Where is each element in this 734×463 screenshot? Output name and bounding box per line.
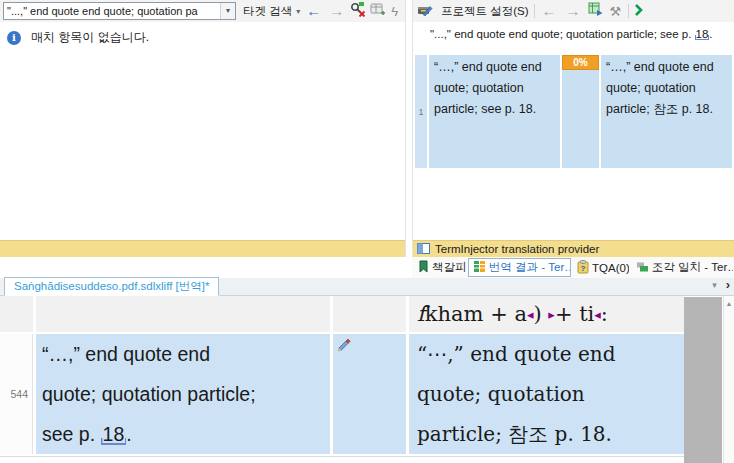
info-icon: i [7,31,21,45]
document-tab[interactable]: Saṅghādisesuddeso.pdf.sdlxliff [번역]* [4,277,219,296]
translation-results-pane: 프로젝트 설정(S) ← → ⚒ "...," end quote end q [412,0,734,257]
target-search-button[interactable]: 타겟 검색 [243,4,292,19]
provider-banner: TermInjector translation provider [413,240,734,257]
segment-number: 544 [10,388,28,400]
application-window: "...," end quote end quote; quotation pa… [0,0,734,463]
translation-editor-grid: fkham + a◂) ▸+ ti◂: 544 “…,” end quote e… [0,296,734,463]
tab-fragment-matches[interactable]: 조각 일치 - Ter… [631,258,733,277]
scroll-up-icon[interactable]: ▲ [724,296,734,307]
source-page-reference: 18 [101,423,127,445]
target-line: quote; quotation [417,374,684,414]
source-line: “…,” end quote end [42,334,330,374]
lookup-source-line: "...," end quote end quote; quotation pa… [413,22,734,40]
project-settings-icon[interactable] [417,2,433,20]
add-to-table-icon[interactable] [370,2,385,20]
search-back-icon[interactable]: ← [304,2,323,20]
source-line: see p. 18. [42,414,330,454]
clear-search-icon[interactable] [350,2,366,21]
provider-window-icon [417,243,430,256]
source-text: see p. [42,423,101,445]
segment-number-gutter: 544 [0,334,33,454]
source-text: . [126,423,131,445]
search-query-value[interactable]: "...," end quote end quote; quotation pa [4,3,220,19]
tab-label: 번역 결과 - Ter… [489,260,571,275]
tqa-clipboard-icon: ? [577,260,589,276]
target-text: ) [533,302,548,326]
source-line: quote; quotation particle; [42,374,330,414]
prev-segment-gutter [0,296,33,332]
lookup-page-reference: 18 [695,28,710,40]
tm-match-score-column: 0% [562,55,599,168]
lookup-source-period: . [709,28,712,40]
project-settings-button[interactable]: 프로젝트 설정(S) [441,4,529,19]
tab-bookmarks[interactable]: 책갈피 [413,258,466,277]
toolbar-tools-icon[interactable]: ⚒ [608,4,624,19]
tm-match-number: 1 [415,55,427,168]
search-query-combobox[interactable]: "...," end quote end quote; quotation pa… [3,2,236,20]
target-line: “⋯,” end quote end [417,334,684,374]
quick-insert-lightning-icon[interactable]: ϟ [389,4,400,19]
concordance-search-pane: "...," end quote end quote; quotation pa… [0,0,406,257]
results-forward-icon[interactable]: → [564,2,583,20]
toolbar-separator [534,4,535,18]
search-toolbar: "...," end quote end quote; quotation pa… [0,0,405,22]
target-text: kham + a [425,302,527,326]
document-structure-column [684,297,722,463]
panel-tab-strip: 책갈피 번역 결과 - Ter… ? TQA(0) [412,257,734,278]
tm-match-target[interactable]: “…,” end quote end quote; quotation part… [601,55,732,168]
target-line: particle; 참조 p. 18. [417,414,684,454]
fragment-match-icon [635,261,649,275]
target-search-caret-icon[interactable]: ▾ [296,7,300,16]
add-translation-memory-icon[interactable] [588,2,603,20]
toolbar-separator [628,4,629,18]
no-match-message: 매치 항목이 없습니다. [31,29,149,46]
tab-tqa[interactable]: ? TQA(0) [573,258,629,277]
translation-results-icon [473,260,486,275]
document-tab-row: Saṅghādisesuddeso.pdf.sdlxliff [번역]* ▾ › [0,278,734,296]
lookup-source-text: "...," end quote end quote; quotation pa… [430,28,695,40]
search-result-message-row: i 매치 항목이 없습니다. [0,22,405,53]
next-segment-row-partial [0,456,684,463]
segment-target-cell[interactable]: “⋯,” end quote end quote; quotation part… [409,334,684,454]
target-text: : [601,302,608,326]
pali-italic-text: f [417,302,425,326]
results-toolbar: 프로젝트 설정(S) ← → ⚒ [413,0,734,22]
tab-label: 책갈피 [432,260,466,275]
tab-label: TQA(0) [592,262,629,274]
draft-pencil-icon [336,338,351,355]
editor-vertical-scrollbar[interactable]: ▲ [723,296,734,463]
tm-match-source[interactable]: “…,” end quote end quote; quotation part… [429,55,560,168]
tab-label: 조각 일치 - Ter… [652,260,733,275]
document-tab-overflow-controls: ▾ › [712,279,730,291]
results-back-icon[interactable]: ← [540,2,559,20]
tab-translation-results[interactable]: 번역 결과 - Ter… [468,258,571,277]
target-text: + ti [555,302,594,326]
prev-segment-source-cell[interactable] [36,296,330,332]
prev-segment-status-cell [333,296,406,332]
document-tab-label: Saṅghādisesuddeso.pdf.sdlxliff [번역]* [14,279,209,294]
tm-match-score-badge: 0% [562,55,599,70]
svg-text:?: ? [581,264,586,273]
bookmark-icon [417,260,429,275]
tab-list-dropdown-icon[interactable]: ▾ [712,280,717,290]
combobox-dropdown-icon[interactable]: ▾ [220,3,235,19]
segment-status-cell [333,334,406,454]
tab-scroll-next-icon[interactable]: › [726,279,730,291]
tm-match-row[interactable]: 1 “…,” end quote end quote; quotation pa… [415,55,732,168]
search-forward-icon[interactable]: → [327,2,346,20]
toolbar-overflow-chevron-icon[interactable] [634,2,643,20]
left-status-strip [0,240,405,257]
prev-segment-target-cell[interactable]: fkham + a◂) ▸+ ti◂: [409,296,684,332]
segment-source-cell[interactable]: “…,” end quote end quote; quotation part… [36,334,330,454]
provider-banner-text: TermInjector translation provider [435,243,599,255]
